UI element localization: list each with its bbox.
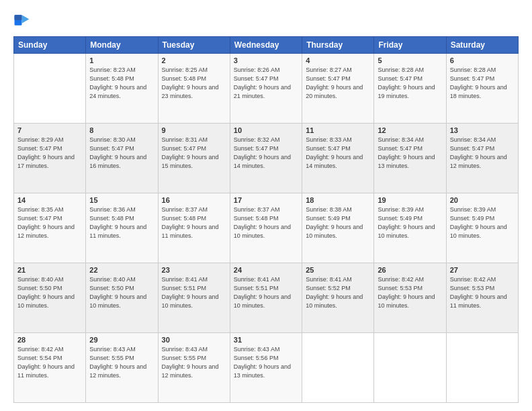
day-number: 7 (17, 126, 82, 134)
day-cell: 24Sunrise: 8:41 AMSunset: 5:51 PMDayligh… (230, 263, 302, 333)
day-info: Sunrise: 8:40 AMSunset: 5:50 PMDaylight:… (17, 275, 82, 310)
day-number: 12 (378, 126, 442, 134)
calendar-body: 1Sunrise: 8:23 AMSunset: 5:48 PMDaylight… (14, 54, 519, 403)
day-cell: 11Sunrise: 8:33 AMSunset: 5:47 PMDayligh… (302, 124, 374, 193)
day-number: 14 (17, 196, 82, 204)
day-cell: 9Sunrise: 8:31 AMSunset: 5:47 PMDaylight… (158, 124, 230, 193)
day-number: 10 (234, 126, 298, 134)
day-cell: 1Sunrise: 8:23 AMSunset: 5:48 PMDaylight… (86, 54, 158, 124)
day-info: Sunrise: 8:27 AMSunset: 5:47 PMDaylight:… (306, 66, 370, 101)
day-info: Sunrise: 8:31 AMSunset: 5:47 PMDaylight:… (162, 136, 226, 171)
day-number: 22 (89, 266, 154, 274)
day-cell: 13Sunrise: 8:34 AMSunset: 5:47 PMDayligh… (446, 124, 518, 193)
day-info: Sunrise: 8:43 AMSunset: 5:55 PMDaylight:… (89, 345, 154, 380)
day-cell (374, 333, 446, 403)
general-blue-logo-icon (13, 11, 32, 30)
day-cell: 22Sunrise: 8:40 AMSunset: 5:50 PMDayligh… (86, 263, 158, 333)
day-cell: 19Sunrise: 8:39 AMSunset: 5:49 PMDayligh… (374, 193, 446, 263)
logo (13, 11, 35, 30)
day-info: Sunrise: 8:42 AMSunset: 5:54 PMDaylight:… (17, 345, 82, 380)
day-number: 17 (234, 196, 298, 204)
day-cell: 23Sunrise: 8:41 AMSunset: 5:51 PMDayligh… (158, 263, 230, 333)
day-cell: 27Sunrise: 8:42 AMSunset: 5:53 PMDayligh… (446, 263, 518, 333)
weekday-monday: Monday (86, 37, 158, 54)
day-cell: 30Sunrise: 8:43 AMSunset: 5:55 PMDayligh… (158, 333, 230, 403)
day-info: Sunrise: 8:23 AMSunset: 5:48 PMDaylight:… (89, 66, 154, 101)
day-cell: 28Sunrise: 8:42 AMSunset: 5:54 PMDayligh… (14, 333, 86, 403)
day-cell: 16Sunrise: 8:37 AMSunset: 5:48 PMDayligh… (158, 193, 230, 263)
header (13, 11, 519, 30)
day-info: Sunrise: 8:34 AMSunset: 5:47 PMDaylight:… (450, 136, 515, 171)
day-cell: 5Sunrise: 8:28 AMSunset: 5:47 PMDaylight… (374, 54, 446, 124)
day-info: Sunrise: 8:37 AMSunset: 5:48 PMDaylight:… (162, 205, 226, 240)
weekday-friday: Friday (374, 37, 446, 54)
day-cell: 17Sunrise: 8:37 AMSunset: 5:48 PMDayligh… (230, 193, 302, 263)
day-cell (14, 54, 86, 124)
day-info: Sunrise: 8:33 AMSunset: 5:47 PMDaylight:… (306, 136, 370, 171)
day-number: 19 (378, 196, 442, 204)
day-cell: 7Sunrise: 8:29 AMSunset: 5:47 PMDaylight… (14, 124, 86, 193)
day-info: Sunrise: 8:39 AMSunset: 5:49 PMDaylight:… (450, 205, 515, 240)
day-info: Sunrise: 8:30 AMSunset: 5:47 PMDaylight:… (89, 136, 154, 171)
day-number: 16 (162, 196, 226, 204)
day-info: Sunrise: 8:26 AMSunset: 5:47 PMDaylight:… (234, 66, 298, 101)
day-info: Sunrise: 8:25 AMSunset: 5:48 PMDaylight:… (162, 66, 226, 101)
day-info: Sunrise: 8:34 AMSunset: 5:47 PMDaylight:… (378, 136, 442, 171)
day-info: Sunrise: 8:28 AMSunset: 5:47 PMDaylight:… (378, 66, 442, 101)
week-row-1: 7Sunrise: 8:29 AMSunset: 5:47 PMDaylight… (14, 124, 519, 193)
day-number: 15 (89, 196, 154, 204)
day-cell: 21Sunrise: 8:40 AMSunset: 5:50 PMDayligh… (14, 263, 86, 333)
day-number: 1 (89, 56, 154, 64)
week-row-4: 28Sunrise: 8:42 AMSunset: 5:54 PMDayligh… (14, 333, 519, 403)
day-cell (302, 333, 374, 403)
day-info: Sunrise: 8:41 AMSunset: 5:51 PMDaylight:… (162, 275, 226, 310)
calendar-table: SundayMondayTuesdayWednesdayThursdayFrid… (13, 36, 519, 403)
day-cell: 14Sunrise: 8:35 AMSunset: 5:47 PMDayligh… (14, 193, 86, 263)
week-row-3: 21Sunrise: 8:40 AMSunset: 5:50 PMDayligh… (14, 263, 519, 333)
day-cell: 2Sunrise: 8:25 AMSunset: 5:48 PMDaylight… (158, 54, 230, 124)
day-number: 6 (450, 56, 515, 64)
weekday-saturday: Saturday (446, 37, 518, 54)
day-cell: 10Sunrise: 8:32 AMSunset: 5:47 PMDayligh… (230, 124, 302, 193)
weekday-tuesday: Tuesday (158, 37, 230, 54)
day-info: Sunrise: 8:28 AMSunset: 5:47 PMDaylight:… (450, 66, 515, 101)
day-info: Sunrise: 8:32 AMSunset: 5:47 PMDaylight:… (234, 136, 298, 171)
day-info: Sunrise: 8:43 AMSunset: 5:55 PMDaylight:… (162, 345, 226, 380)
day-cell: 12Sunrise: 8:34 AMSunset: 5:47 PMDayligh… (374, 124, 446, 193)
day-number: 28 (17, 336, 82, 344)
day-info: Sunrise: 8:35 AMSunset: 5:47 PMDaylight:… (17, 205, 82, 240)
day-number: 11 (306, 126, 370, 134)
weekday-sunday: Sunday (14, 37, 86, 54)
page: SundayMondayTuesdayWednesdayThursdayFrid… (0, 0, 532, 411)
day-cell: 3Sunrise: 8:26 AMSunset: 5:47 PMDaylight… (230, 54, 302, 124)
day-number: 31 (234, 336, 298, 344)
day-info: Sunrise: 8:40 AMSunset: 5:50 PMDaylight:… (89, 275, 154, 310)
day-info: Sunrise: 8:38 AMSunset: 5:49 PMDaylight:… (306, 205, 370, 240)
day-cell: 25Sunrise: 8:41 AMSunset: 5:52 PMDayligh… (302, 263, 374, 333)
day-info: Sunrise: 8:41 AMSunset: 5:52 PMDaylight:… (306, 275, 370, 310)
day-info: Sunrise: 8:43 AMSunset: 5:56 PMDaylight:… (234, 345, 298, 380)
day-number: 13 (450, 126, 515, 134)
day-cell: 26Sunrise: 8:42 AMSunset: 5:53 PMDayligh… (374, 263, 446, 333)
day-info: Sunrise: 8:42 AMSunset: 5:53 PMDaylight:… (378, 275, 442, 310)
day-number: 27 (450, 266, 515, 274)
day-number: 4 (306, 56, 370, 64)
day-info: Sunrise: 8:29 AMSunset: 5:47 PMDaylight:… (17, 136, 82, 171)
day-number: 2 (162, 56, 226, 64)
day-number: 9 (162, 126, 226, 134)
day-info: Sunrise: 8:37 AMSunset: 5:48 PMDaylight:… (234, 205, 298, 240)
day-cell: 15Sunrise: 8:36 AMSunset: 5:48 PMDayligh… (86, 193, 158, 263)
svg-rect-2 (15, 15, 22, 20)
svg-marker-1 (21, 15, 29, 23)
weekday-row: SundayMondayTuesdayWednesdayThursdayFrid… (14, 37, 519, 54)
day-info: Sunrise: 8:41 AMSunset: 5:51 PMDaylight:… (234, 275, 298, 310)
day-cell: 31Sunrise: 8:43 AMSunset: 5:56 PMDayligh… (230, 333, 302, 403)
day-number: 5 (378, 56, 442, 64)
day-cell: 18Sunrise: 8:38 AMSunset: 5:49 PMDayligh… (302, 193, 374, 263)
day-number: 23 (162, 266, 226, 274)
day-info: Sunrise: 8:36 AMSunset: 5:48 PMDaylight:… (89, 205, 154, 240)
day-cell: 8Sunrise: 8:30 AMSunset: 5:47 PMDaylight… (86, 124, 158, 193)
day-number: 24 (234, 266, 298, 274)
day-number: 25 (306, 266, 370, 274)
day-number: 26 (378, 266, 442, 274)
